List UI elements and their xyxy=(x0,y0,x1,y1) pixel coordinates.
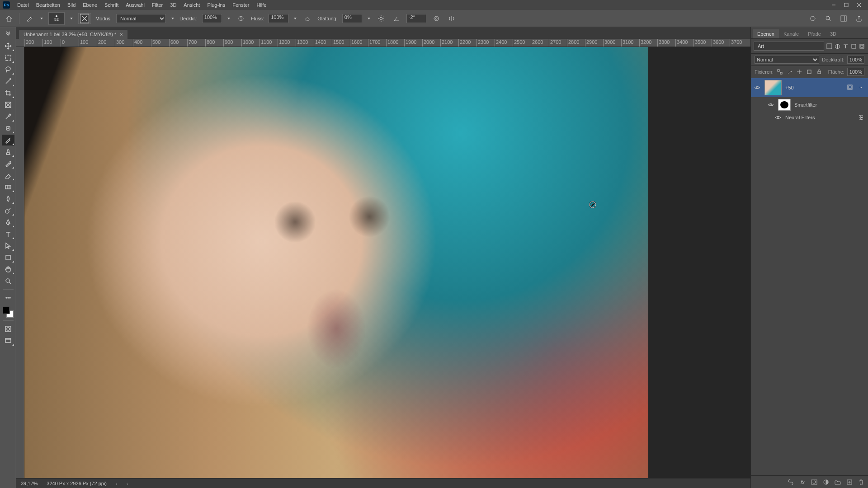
menu-select[interactable]: Auswahl xyxy=(122,1,148,9)
path-selection-tool[interactable] xyxy=(2,240,14,251)
group-layers-button[interactable] xyxy=(834,478,842,486)
layer-expand-icon[interactable] xyxy=(858,84,865,91)
status-arrow-left[interactable]: ‹ xyxy=(127,481,128,486)
layer-name[interactable]: Neural Filters xyxy=(785,115,854,120)
layer-filter-search[interactable] xyxy=(754,42,824,51)
filter-adjustment-icon[interactable] xyxy=(834,42,840,50)
symmetry-button[interactable] xyxy=(446,13,457,24)
menu-help[interactable]: Hilfe xyxy=(253,1,270,9)
opacity-dropdown[interactable] xyxy=(226,13,231,24)
menu-3d[interactable]: 3D xyxy=(166,1,180,9)
flow-input[interactable]: 100% xyxy=(269,14,288,23)
screen-mode-button[interactable] xyxy=(2,335,14,346)
tab-paths[interactable]: Pfade xyxy=(803,29,826,38)
menu-image[interactable]: Bild xyxy=(64,1,79,9)
history-brush-tool[interactable] xyxy=(2,158,14,169)
layer-row-neural-filters[interactable]: Neural Filters xyxy=(751,113,868,122)
type-tool[interactable] xyxy=(2,229,14,239)
size-pressure-toggle[interactable] xyxy=(431,13,442,24)
ruler-vertical[interactable] xyxy=(16,39,24,478)
layer-row-smart-object[interactable]: +50 xyxy=(751,78,868,97)
menu-filter[interactable]: Filter xyxy=(148,1,166,9)
dodge-tool[interactable] xyxy=(2,205,14,216)
layer-mask-button[interactable] xyxy=(810,478,818,486)
magic-wand-tool[interactable] xyxy=(2,76,14,87)
lock-image-icon[interactable] xyxy=(786,68,793,75)
status-dimensions[interactable]: 3240 Px x 2926 Px (72 ppi) xyxy=(47,481,107,486)
link-layers-button[interactable] xyxy=(787,478,795,486)
tab-3d[interactable]: 3D xyxy=(826,29,841,38)
menu-view[interactable]: Ansicht xyxy=(180,1,203,9)
ruler-origin[interactable] xyxy=(16,39,24,47)
clone-stamp-tool[interactable] xyxy=(2,146,14,157)
window-maximize-button[interactable] xyxy=(840,0,853,10)
marquee-tool[interactable] xyxy=(2,52,14,63)
tab-layers[interactable]: Ebenen xyxy=(753,29,779,38)
frame-tool[interactable] xyxy=(2,99,14,110)
window-close-button[interactable] xyxy=(853,0,865,10)
filter-pixel-icon[interactable] xyxy=(826,42,832,50)
angle-input[interactable]: -2° xyxy=(406,14,426,23)
collapse-toolbox-button[interactable] xyxy=(2,29,14,40)
edit-toolbar-button[interactable] xyxy=(2,292,14,303)
layer-opacity-input[interactable]: 100% xyxy=(847,56,864,64)
hand-tool[interactable] xyxy=(2,264,14,275)
tool-preset-button[interactable] xyxy=(24,13,35,24)
brush-preset-picker[interactable]: 52 xyxy=(48,12,65,25)
smoothing-options-button[interactable] xyxy=(376,13,387,24)
layer-style-button[interactable]: fx xyxy=(798,478,807,486)
filter-mask-thumbnail[interactable] xyxy=(778,99,791,111)
blend-mode-select[interactable]: Normal xyxy=(116,14,166,23)
fill-input[interactable]: 100% xyxy=(847,68,864,76)
shape-tool[interactable] xyxy=(2,252,14,263)
smoothing-input[interactable]: 0% xyxy=(342,14,362,23)
filter-type-icon[interactable] xyxy=(842,42,849,50)
filter-smart-icon[interactable] xyxy=(859,42,865,50)
color-swatches[interactable] xyxy=(3,307,14,318)
menu-layer[interactable]: Ebene xyxy=(79,1,101,9)
new-layer-button[interactable] xyxy=(845,478,854,486)
crop-tool[interactable] xyxy=(2,88,14,99)
move-tool[interactable] xyxy=(2,41,14,52)
layer-thumbnail[interactable] xyxy=(764,80,782,95)
smoothing-dropdown[interactable] xyxy=(367,13,371,24)
brush-settings-toggle[interactable] xyxy=(78,13,91,24)
layer-blend-mode-select[interactable]: Normal xyxy=(755,56,819,64)
lock-all-icon[interactable] xyxy=(816,68,823,75)
layer-row-smartfilter[interactable]: Smartfilter xyxy=(751,97,868,113)
menu-plugins[interactable]: Plug-ins xyxy=(203,1,229,9)
pen-tool[interactable] xyxy=(2,217,14,228)
zoom-tool[interactable] xyxy=(2,276,14,286)
lasso-tool[interactable] xyxy=(2,64,14,75)
document-tab-close[interactable]: × xyxy=(120,32,123,37)
gradient-tool[interactable] xyxy=(2,182,14,192)
layer-filter-input[interactable] xyxy=(758,43,820,49)
workspace-button[interactable] xyxy=(838,13,849,24)
share-button[interactable] xyxy=(854,13,864,24)
lock-transparency-icon[interactable] xyxy=(776,68,783,75)
tab-channels[interactable]: Kanäle xyxy=(779,29,803,38)
menu-type[interactable]: Schrift xyxy=(101,1,122,9)
home-button[interactable] xyxy=(4,13,14,24)
cloud-docs-button[interactable] xyxy=(807,13,818,24)
document-tab[interactable]: Unbenannt-1 bei 39,2% (+50, CMYK/8#) * × xyxy=(19,30,127,39)
blur-tool[interactable] xyxy=(2,193,14,204)
adjustment-layer-button[interactable] xyxy=(822,478,830,486)
eyedropper-tool[interactable] xyxy=(2,111,14,122)
search-button[interactable] xyxy=(823,13,834,24)
delete-layer-button[interactable] xyxy=(857,478,865,486)
layer-name[interactable]: +50 xyxy=(785,85,844,90)
angle-icon[interactable] xyxy=(391,13,402,24)
menu-file[interactable]: Datei xyxy=(14,1,33,9)
menu-window[interactable]: Fenster xyxy=(229,1,253,9)
status-zoom[interactable]: 39,17% xyxy=(21,481,38,486)
window-minimize-button[interactable] xyxy=(827,0,840,10)
healing-brush-tool[interactable] xyxy=(2,123,14,134)
brush-preset-dropdown[interactable] xyxy=(69,13,74,24)
opacity-pressure-toggle[interactable] xyxy=(236,13,246,24)
lock-position-icon[interactable] xyxy=(796,68,803,75)
brush-tool[interactable] xyxy=(2,135,14,145)
eraser-tool[interactable] xyxy=(2,170,14,181)
layer-visibility-toggle[interactable] xyxy=(774,114,782,121)
layer-visibility-toggle[interactable] xyxy=(754,84,761,91)
